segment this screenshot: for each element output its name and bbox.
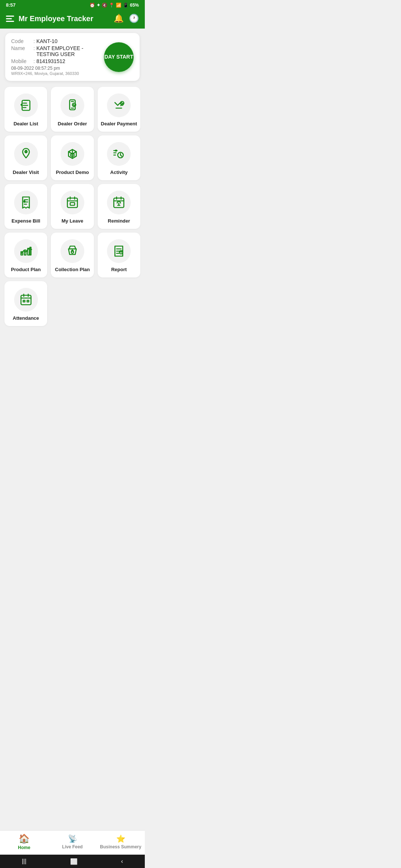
dealer-payment-icon (107, 93, 131, 117)
reminder-icon (107, 191, 131, 214)
grid-item-dealer-order[interactable]: Dealer Order (51, 87, 94, 132)
svg-rect-14 (24, 250, 26, 255)
grid-item-collection-plan[interactable]: Collection Plan (51, 233, 94, 277)
grid-item-report[interactable]: Report (98, 233, 140, 277)
grid-item-attendance[interactable]: Attendance (4, 281, 47, 326)
svg-rect-11 (70, 203, 75, 206)
my-leave-label: My Leave (62, 218, 84, 224)
app-header: Mr Employee Tracker 🔔 🕐 (0, 10, 145, 29)
collection-plan-icon (61, 239, 84, 263)
user-address: WR9X+246, Moviya, Gujarat, 360330 (11, 71, 104, 76)
grid-item-expense-bill[interactable]: $Expense Bill (4, 184, 47, 229)
name-label: Name (11, 45, 33, 57)
status-bar: 8:57 ⏰ ✦ 🔇 📍 📶 📱 65% (0, 0, 145, 10)
day-start-button[interactable]: DAY START (104, 42, 134, 72)
dealer-payment-label: Dealer Payment (101, 121, 137, 126)
dealer-order-icon (61, 93, 84, 117)
activity-label: Activity (110, 170, 128, 175)
grid-item-my-leave[interactable]: My Leave (51, 184, 94, 229)
attendance-label: Attendance (13, 315, 39, 321)
product-plan-label: Product Plan (11, 267, 41, 272)
my-leave-icon (61, 191, 84, 214)
svg-rect-16 (30, 247, 31, 255)
code-label: Code (11, 38, 33, 44)
svg-point-5 (25, 150, 27, 152)
app-title: Mr Employee Tracker (19, 14, 93, 23)
collection-plan-label: Collection Plan (55, 267, 90, 272)
dealer-list-label: Dealer List (13, 121, 38, 126)
bell-icon[interactable]: 🔔 (114, 14, 124, 23)
battery-level: 65% (130, 3, 139, 8)
reminder-label: Reminder (108, 218, 130, 224)
dealer-visit-label: Dealer Visit (13, 170, 39, 175)
status-time: 8:57 (6, 2, 16, 8)
grid-item-dealer-list[interactable]: Dealer List (4, 87, 47, 132)
grid-item-product-demo[interactable]: Product Demo (51, 135, 94, 180)
grid-item-product-plan[interactable]: Product Plan (4, 233, 47, 277)
activity-icon (107, 142, 131, 166)
product-plan-icon (14, 239, 38, 263)
user-info: Code : KANT-10 Name : KANT EMPLOYEE - TE… (11, 38, 104, 76)
dealer-order-label: Dealer Order (58, 121, 87, 126)
product-demo-icon (61, 142, 84, 166)
expense-bill-icon: $ (14, 191, 38, 214)
expense-bill-label: Expense Bill (12, 218, 40, 224)
status-icons: ⏰ ✦ 🔇 📍 📶 📱 65% (89, 3, 139, 8)
dealer-list-icon (14, 93, 38, 117)
menu-grid: Dealer ListDealer OrderDealer PaymentDea… (0, 85, 145, 356)
dealer-visit-icon (14, 142, 38, 166)
mobile-value: 8141931512 (36, 58, 65, 64)
menu-button[interactable] (6, 16, 14, 22)
mobile-label: Mobile (11, 58, 33, 64)
product-demo-label: Product Demo (56, 170, 89, 175)
svg-point-8 (115, 150, 117, 151)
grid-item-dealer-visit[interactable]: Dealer Visit (4, 135, 47, 180)
grid-item-activity[interactable]: Activity (98, 135, 140, 180)
user-card: Code : KANT-10 Name : KANT EMPLOYEE - TE… (5, 33, 140, 81)
report-label: Report (111, 267, 127, 272)
name-value: KANT EMPLOYEE - TESTING USER (36, 45, 104, 57)
history-icon[interactable]: 🕐 (129, 14, 139, 23)
report-icon (107, 239, 131, 263)
attendance-icon (14, 288, 38, 312)
svg-rect-19 (21, 295, 31, 305)
grid-item-reminder[interactable]: Reminder (98, 184, 140, 229)
user-datetime: 08-09-2022 08:57:25 pm (11, 66, 104, 71)
code-value: KANT-10 (36, 38, 58, 44)
grid-item-dealer-payment[interactable]: Dealer Payment (98, 87, 140, 132)
